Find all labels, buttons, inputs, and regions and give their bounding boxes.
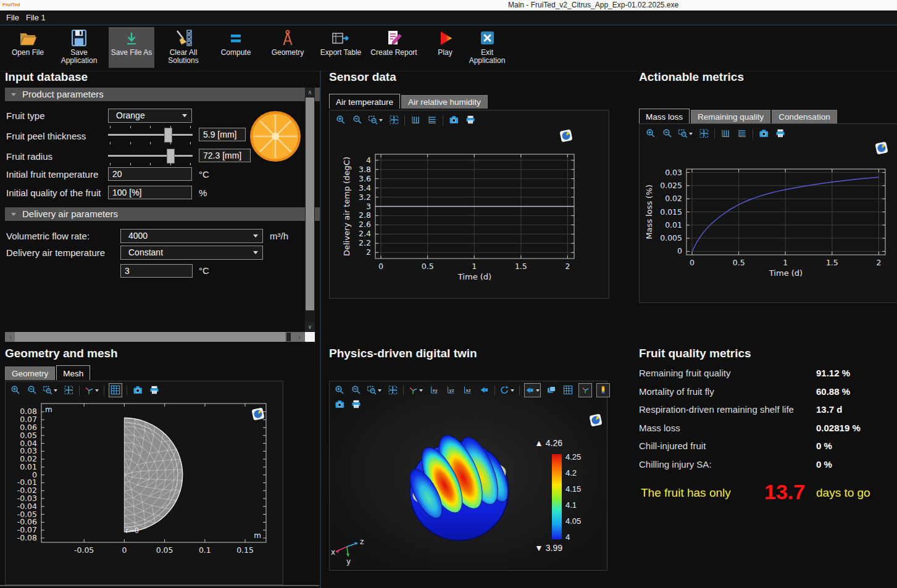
scene-objects-icon[interactable] [545, 384, 557, 397]
view-xy-icon[interactable] [428, 384, 440, 397]
flip-view-icon[interactable] [478, 384, 490, 397]
svg-text:3.4: 3.4 [359, 183, 371, 193]
save-application-button[interactable]: Save Application [54, 27, 104, 68]
geometry-button[interactable]: Geometry [267, 27, 309, 68]
product-parameters-header[interactable]: Product parameters [5, 88, 320, 101]
dropdown-caret-icon[interactable] [535, 389, 540, 392]
default-view-icon[interactable] [84, 384, 99, 397]
fruit-radius-value[interactable]: 72.3 [mm] [199, 149, 251, 162]
zoom-in-icon[interactable] [335, 114, 347, 126]
print-icon[interactable] [774, 127, 786, 140]
dropdown-caret-icon[interactable] [510, 389, 515, 392]
default-3d-view-icon[interactable] [408, 384, 423, 397]
export-table-button[interactable]: Export Table [317, 27, 364, 68]
sensor-chart[interactable]: 00.511.5222.22.42.62.833.23.43.63.84Time… [335, 131, 604, 293]
open-file-button[interactable]: Open File [6, 27, 49, 68]
print-icon[interactable] [350, 398, 362, 411]
initial-quality-input[interactable]: 100 [%] [108, 186, 192, 199]
sensor-data-panel: 00.511.5222.22.42.62.833.23.43.63.84Time… [329, 110, 609, 299]
horizontal-scrollbar[interactable]: ‹ › [5, 332, 305, 342]
create-report-button[interactable]: Create Report [370, 27, 417, 68]
zoom-out-icon[interactable] [26, 384, 38, 397]
tab-mass-loss[interactable]: Mass loss [639, 109, 690, 123]
menu-file[interactable]: File [4, 12, 22, 23]
exit-application-button[interactable]: Exit Application [465, 27, 509, 68]
tab-condensation[interactable]: Condensation [772, 110, 837, 123]
dropdown-caret-icon[interactable] [94, 389, 99, 392]
svg-text:0.07: 0.07 [20, 415, 37, 424]
x-grid-icon[interactable] [719, 127, 732, 140]
clear-all-solutions-button[interactable]: Clear All Solutions [161, 27, 206, 68]
zoom-box-icon[interactable] [367, 384, 382, 397]
compute-button[interactable]: Compute [215, 27, 257, 68]
print-icon[interactable] [148, 384, 161, 397]
tab-air-temperature[interactable]: Air temperature [329, 94, 400, 109]
mass-loss-chart[interactable]: 00.511.5200.0050.010.0150.020.0250.03Tim… [643, 143, 896, 297]
play-animation-icon[interactable] [524, 383, 541, 397]
zoom-out-icon[interactable] [351, 114, 364, 126]
vertical-scrollbar[interactable]: ∧ ∨ [305, 88, 315, 331]
tab-air-relative-humidity[interactable]: Air relative humidity [401, 95, 488, 109]
show-axes-icon[interactable] [578, 383, 592, 397]
zoom-in-icon[interactable] [9, 384, 22, 397]
show-grid-icon[interactable] [562, 384, 574, 397]
scrollbar-thumb[interactable] [306, 97, 314, 310]
zoom-extents-icon[interactable] [388, 114, 400, 126]
image-snapshot-icon[interactable] [333, 398, 346, 411]
save-file-as-button[interactable]: Save File As [109, 27, 154, 68]
dropdown-caret-icon[interactable] [419, 389, 423, 392]
image-snapshot-icon[interactable] [757, 127, 770, 140]
zoom-extents-icon[interactable] [386, 384, 399, 397]
print-icon[interactable] [464, 114, 477, 126]
peel-thickness-slider[interactable] [108, 127, 193, 142]
tab-mesh[interactable]: Mesh [56, 365, 90, 380]
zoom-extents-icon[interactable] [698, 127, 710, 140]
flow-rate-dropdown[interactable]: 4000 [120, 229, 263, 243]
delivery-air-temperature-dropdown[interactable]: Constant [120, 246, 263, 260]
zoom-in-icon[interactable] [333, 384, 346, 397]
zoom-in-icon[interactable] [645, 127, 657, 140]
tab-remaining-quality[interactable]: Remaining quality [691, 110, 770, 123]
y-grid-icon[interactable] [426, 114, 438, 126]
dropdown-caret-icon[interactable] [377, 389, 382, 392]
zoom-box-icon[interactable] [678, 127, 693, 140]
delivery-air-temperature-input[interactable]: 3 [120, 264, 193, 278]
slider-thumb[interactable] [164, 128, 172, 143]
delivery-air-parameters-header[interactable]: Delivery air parameters [5, 207, 320, 221]
play-button[interactable]: Play [427, 27, 463, 68]
view-xz-icon[interactable] [461, 384, 474, 397]
menu-file-1[interactable]: File 1 [23, 12, 48, 23]
scroll-right-icon[interactable]: › [295, 332, 304, 342]
svg-text:z: z [360, 537, 364, 546]
show-color-bar-icon[interactable] [596, 383, 610, 397]
view-yz-icon[interactable] [444, 384, 457, 397]
y-grid-icon[interactable] [736, 127, 748, 140]
initial-temperature-input[interactable]: 20 [108, 167, 192, 181]
peel-thickness-value[interactable]: 5.9 [mm] [199, 128, 246, 141]
mesh-plot[interactable]: -0.0500.050.10.15-0.08-0.07-0.06-0.05-0.… [8, 399, 270, 577]
fruit-radius-slider[interactable] [108, 148, 193, 163]
dropdown-caret-icon[interactable] [378, 118, 383, 122]
zoom-box-icon[interactable] [43, 384, 58, 397]
rotate-icon[interactable] [499, 384, 515, 397]
slider-track[interactable] [108, 134, 193, 136]
dropdown-caret-icon[interactable] [53, 389, 58, 392]
dropdown-caret-icon[interactable] [688, 132, 693, 136]
fruit-type-dropdown[interactable]: Orange [108, 109, 192, 123]
scroll-left-icon[interactable]: ‹ [6, 332, 15, 342]
zoom-extents-icon[interactable] [62, 384, 75, 397]
show-grid-icon[interactable] [109, 383, 122, 397]
x-grid-icon[interactable] [409, 114, 422, 126]
zoom-box-icon[interactable] [368, 114, 383, 126]
zoom-out-icon[interactable] [661, 127, 674, 140]
slider-track[interactable] [108, 155, 193, 157]
image-snapshot-icon[interactable] [131, 384, 144, 397]
zoom-out-icon[interactable] [350, 384, 362, 397]
tab-geometry[interactable]: Geometry [5, 366, 55, 380]
svg-text:Delivery air temp (degC): Delivery air temp (degC) [342, 157, 351, 256]
scrollbar-thumb[interactable] [15, 332, 285, 342]
scroll-up-icon[interactable]: ∧ [305, 88, 315, 97]
slider-thumb[interactable] [167, 149, 175, 164]
image-snapshot-icon[interactable] [448, 114, 460, 126]
scroll-down-icon[interactable]: ∨ [305, 322, 315, 331]
